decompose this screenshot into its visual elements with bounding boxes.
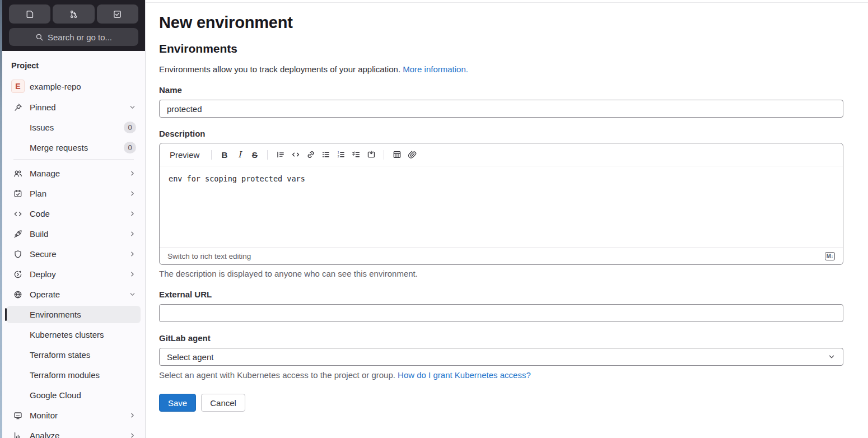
sidebar-item-manage[interactable]: Manage [7,165,141,182]
form-actions: Save Cancel [159,394,843,412]
top-border-line [146,2,868,3]
chevron-right-icon [129,170,136,177]
sidebar-item-label: Kubernetes clusters [30,330,136,339]
strikethrough-icon: S [252,150,258,160]
strikethrough-button[interactable]: S [247,148,262,161]
save-button[interactable]: Save [159,394,196,412]
sidebar-item-terraform-states[interactable]: Terraform states [7,346,141,364]
globe-icon [13,290,22,299]
link-button[interactable] [303,148,318,161]
attach-file-button[interactable] [404,148,419,161]
chevron-right-icon [129,210,136,217]
chevron-down-icon [828,353,836,361]
chevron-right-icon [129,250,136,258]
pin-icon [13,103,22,112]
code-button[interactable] [288,148,303,161]
paperclip-icon [408,150,417,159]
collapsible-section-button[interactable] [363,148,379,161]
sidebar-item-label: Plan [30,189,129,198]
sidebar-item-issues[interactable]: Issues 0 [7,119,141,136]
sidebar-item-label: Code [30,209,129,218]
external-url-input[interactable] [159,304,843,322]
description-help-text: The description is displayed to anyone w… [159,269,843,278]
search-placeholder: Search or go to... [48,32,112,42]
sidebar-item-kubernetes-clusters[interactable]: Kubernetes clusters [7,326,141,343]
sidebar-item-label: Pinned [30,102,129,112]
sidebar-item-label: Secure [30,249,129,259]
sidebar-item-pinned[interactable]: Pinned [7,99,141,116]
issues-count-badge: 0 [124,122,136,133]
gitlab-agent-label: GitLab agent [159,333,843,343]
markdown-toolbar: Preview B I S 12 [160,143,843,166]
toolbar-separator [384,150,384,160]
ordered-list-button[interactable]: 12 [333,148,348,161]
sidebar-item-environments[interactable]: Environments [7,306,141,323]
sidebar-item-monitor[interactable]: Monitor [7,407,141,424]
name-input[interactable] [159,100,843,118]
preview-button[interactable]: Preview [167,149,202,161]
sidebar-item-google-cloud[interactable]: Google Cloud [7,386,141,404]
more-information-link[interactable]: More information. [403,64,468,74]
sidebar-item-label: Google Cloud [30,390,136,400]
search-input[interactable]: Search or go to... [9,28,138,46]
sidebar-item-project[interactable]: E example-repo [7,77,141,96]
sidebar-item-label: Analyze [30,431,129,438]
name-label: Name [159,85,843,95]
sidebar-item-label: Merge requests [30,143,124,152]
selected-agent-value: Select agent [167,352,213,362]
collapsible-section-icon [367,150,376,159]
description-textarea[interactable]: env for scoping protected vars [160,166,843,248]
chevron-right-icon [129,412,136,419]
quote-icon [276,150,285,159]
merge-requests-count-badge: 0 [124,142,136,153]
chart-icon [13,431,22,438]
sidebar-item-code[interactable]: Code [7,205,141,222]
switch-to-rich-text-button[interactable]: Switch to rich text editing [167,252,251,260]
agent-help-text: Select an agent with Kubernetes access t… [159,370,843,380]
issues-icon [25,10,35,19]
sidebar-item-analyze[interactable]: Analyze [7,427,141,438]
task-list-button[interactable] [348,148,363,161]
sidebar-item-plan[interactable]: Plan [7,185,141,202]
kubernetes-access-link[interactable]: How do I grant Kubernetes access? [398,370,531,380]
italic-button[interactable]: I [232,148,247,161]
sidebar-item-merge-requests[interactable]: Merge requests 0 [7,139,141,156]
cancel-button[interactable]: Cancel [201,394,245,412]
svg-text:1: 1 [338,151,339,154]
monitor-icon [13,411,22,420]
quote-button[interactable] [273,148,288,161]
sidebar-item-deploy[interactable]: Deploy [7,265,141,283]
svg-text:2: 2 [338,155,339,158]
page-title: New environment [159,13,843,32]
bold-button[interactable]: B [217,148,232,161]
search-icon [35,33,44,41]
sidebar-item-label: Deploy [30,269,129,279]
sidebar-item-label: Terraform states [30,350,136,360]
deploy-icon [13,270,22,279]
agent-help-text-body: Select an agent with Kubernetes access t… [159,370,398,380]
editor-footer: Switch to rich text editing M↓ [160,248,843,264]
task-list-icon [352,150,361,159]
toolbar-separator [211,150,212,160]
project-name: example-repo [30,82,136,91]
sidebar-item-label: Monitor [30,411,129,420]
issues-shortcut-button[interactable] [9,4,50,24]
sidebar-item-label: Issues [30,123,124,132]
gitlab-agent-select[interactable]: Select agent [159,348,843,366]
bold-icon: B [221,150,227,160]
code-icon [13,209,22,218]
merge-requests-shortcut-button[interactable] [53,4,94,24]
todo-shortcut-button[interactable] [97,4,138,24]
chevron-down-icon [129,104,136,111]
environments-section-title: Environments [159,42,843,55]
sidebar-item-build[interactable]: Build [7,225,141,243]
sidebar-item-terraform-modules[interactable]: Terraform modules [7,366,141,384]
sidebar-item-secure[interactable]: Secure [7,245,141,263]
sidebar-item-operate[interactable]: Operate [7,286,141,303]
bullet-list-button[interactable] [318,148,333,161]
chevron-right-icon [129,271,136,278]
ordered-list-icon: 12 [337,150,346,159]
description-label: Description [159,129,843,138]
sidebar-item-label: Build [30,229,129,239]
table-button[interactable] [389,148,404,161]
